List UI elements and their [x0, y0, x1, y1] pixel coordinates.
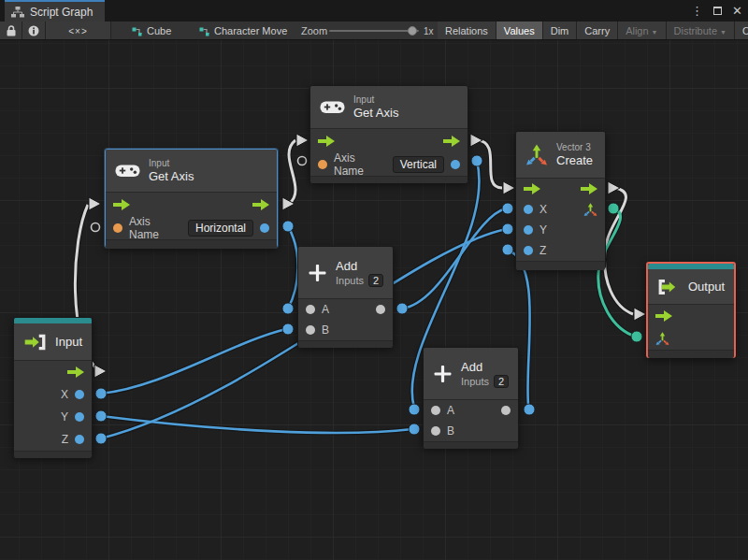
zoom-slider-track[interactable]	[329, 30, 419, 32]
port-label: Axis Name	[334, 151, 386, 178]
chevron-down-icon: ▼	[720, 29, 726, 36]
chevron-down-icon: ▼	[652, 29, 658, 36]
inputs-label: Inputs	[336, 275, 364, 286]
info-button[interactable]	[22, 22, 46, 40]
node-footer	[298, 340, 393, 348]
input-a-row: A	[424, 400, 518, 421]
zoom-value: 1x	[424, 22, 434, 40]
toggle-overview[interactable]: Overview	[735, 22, 748, 40]
variables-button[interactable]: <×>	[46, 22, 111, 40]
port-label: Z	[62, 433, 68, 446]
breadcrumb-character-move[interactable]: Character Move	[199, 22, 287, 40]
port-label: X	[61, 388, 68, 401]
toggle-values[interactable]: Values	[496, 22, 543, 40]
node-footer	[424, 441, 518, 449]
variables-icon: <×>	[68, 26, 88, 36]
node-output[interactable]: Output	[646, 262, 736, 358]
tab-title: Script Graph	[30, 6, 93, 19]
dropdown-label: Distribute	[674, 25, 717, 36]
float-port-icon[interactable]	[75, 435, 84, 444]
node-title: Input	[55, 335, 82, 349]
menu-icon[interactable]: ⋮	[691, 5, 703, 17]
float-port-icon[interactable]	[75, 390, 84, 399]
port-label: Y	[61, 410, 68, 424]
node-header: Add Inputs 2	[298, 247, 393, 299]
toggle-dim[interactable]: Dim	[543, 22, 578, 40]
input-icon	[23, 334, 47, 351]
node-get-axis-vertical[interactable]: Input Get Axis Axis Name Vertical	[309, 85, 468, 182]
vector3-port-icon[interactable]	[583, 203, 597, 217]
value-port-icon[interactable]	[431, 426, 440, 436]
input-a-row: A	[298, 299, 393, 320]
node-add-1[interactable]: Add Inputs 2 A B	[297, 246, 394, 347]
lock-button[interactable]	[0, 22, 22, 40]
float-port-icon[interactable]	[75, 412, 84, 422]
y-row: Y	[14, 406, 92, 428]
flow-arrow-icon	[443, 136, 460, 147]
align-dropdown[interactable]: Align ▼	[618, 22, 666, 40]
flow-row	[516, 179, 605, 199]
node-category: Vector 3	[556, 142, 593, 153]
flow-arrow-icon	[581, 183, 597, 194]
vector-row	[648, 327, 734, 350]
input-b-row: B	[424, 421, 518, 441]
value-port-icon[interactable]	[431, 406, 440, 415]
node-header: Input Get Axis	[106, 150, 277, 193]
tab-script-graph[interactable]: Script Graph	[5, 0, 105, 22]
toggle-label: Dim	[551, 25, 569, 36]
port-label: Z	[539, 244, 546, 257]
info-icon	[28, 25, 39, 36]
close-icon[interactable]: ✕	[732, 5, 742, 17]
float-port-icon[interactable]	[260, 223, 269, 233]
float-port-icon[interactable]	[451, 160, 460, 169]
flow-arrow-icon	[655, 310, 672, 322]
hierarchy-icon	[11, 7, 24, 18]
tab-bar: Script Graph ⋮ ✕	[0, 0, 748, 22]
vector3-icon	[525, 144, 548, 166]
port-label: B	[322, 323, 329, 337]
string-port-icon[interactable]	[113, 223, 122, 233]
breadcrumb-label: Cube	[147, 25, 171, 36]
port-label: A	[447, 404, 454, 417]
inputs-count-input[interactable]: 2	[494, 375, 509, 388]
zoom-slider-knob[interactable]	[408, 26, 417, 36]
zoom-label: Zoom	[301, 22, 327, 40]
breadcrumb-cube[interactable]: Cube	[132, 22, 171, 40]
axis-name-input[interactable]: Vertical	[393, 156, 444, 173]
window-controls: ⋮ ✕	[691, 0, 742, 22]
sum-port-icon[interactable]	[501, 406, 511, 415]
string-port-icon[interactable]	[318, 160, 327, 169]
axis-name-row: Axis Name Vertical	[310, 153, 468, 176]
maximize-icon[interactable]	[713, 7, 722, 15]
x-row: X	[14, 383, 92, 406]
sum-port-icon[interactable]	[376, 305, 385, 314]
node-input[interactable]: Input X Y Z	[13, 317, 93, 457]
node-title: Get Axis	[353, 106, 398, 120]
node-footer	[516, 261, 605, 270]
float-port-icon[interactable]	[524, 246, 533, 255]
axis-name-input[interactable]: Horizontal	[188, 220, 253, 237]
output-icon	[657, 279, 680, 295]
node-header: Vector 3 Create	[516, 132, 605, 179]
toggle-relations[interactable]: Relations	[438, 22, 496, 40]
inputs-count-input[interactable]: 2	[368, 274, 383, 287]
view-toggles: Relations Values Dim Carry Align ▼ Distr…	[438, 22, 748, 40]
input-b-row: B	[298, 320, 393, 340]
float-port-icon[interactable]	[524, 225, 533, 235]
node-title: Add	[461, 360, 509, 374]
node-vector3-create[interactable]: Vector 3 Create X Y Z	[515, 131, 606, 269]
z-row: Z	[516, 240, 605, 261]
toggle-label: Carry	[584, 25, 610, 36]
graph-asset-icon	[132, 26, 142, 36]
node-get-axis-horizontal[interactable]: Input Get Axis Axis Name Horizontal	[105, 149, 278, 248]
distribute-dropdown[interactable]: Distribute ▼	[667, 22, 735, 40]
node-add-2[interactable]: Add Inputs 2 A B	[423, 347, 519, 448]
value-port-icon[interactable]	[306, 305, 315, 314]
toggle-carry[interactable]: Carry	[577, 22, 618, 40]
node-category: Input	[149, 158, 194, 169]
vector3-port-icon[interactable]	[655, 332, 669, 346]
float-port-icon[interactable]	[524, 205, 533, 214]
value-port-icon[interactable]	[306, 325, 315, 335]
flow-row	[14, 361, 92, 383]
plus-icon	[433, 363, 453, 385]
